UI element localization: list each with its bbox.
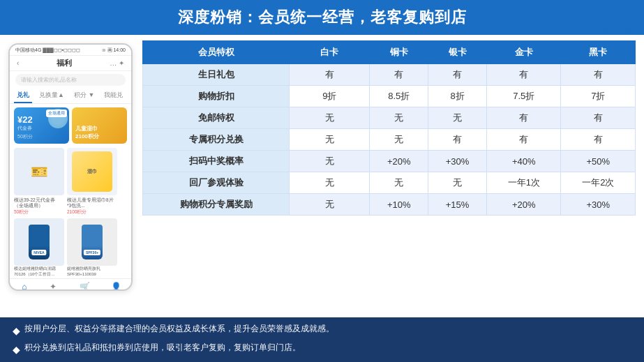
- th-bronze: 铜卡: [370, 41, 428, 64]
- table-cell: 无: [428, 172, 487, 194]
- phone-card2-points: 2100积分: [75, 133, 123, 140]
- header: 深度粉销：会员统一经营，老客复购到店 midoo米多: [0, 0, 644, 35]
- table-cell: 有: [428, 64, 487, 86]
- table-row: 专属积分兑换无无有有有: [143, 129, 636, 151]
- phone-product-desc-2: 模达儿童专用湿巾8片*3包洗... 2100积分: [67, 197, 117, 216]
- table-cell: 有: [290, 64, 370, 86]
- table-cell: 专属积分兑换: [143, 129, 290, 151]
- table-cell: 无: [290, 129, 370, 151]
- footer: ◆ 按用户分层、权益分等搭建合理的会员权益及成长体系，提升会员荣誉感及成就感。 …: [0, 317, 644, 362]
- phone-product-img-4: SPF30+: [67, 218, 117, 266]
- table-row: 生日礼包有有有有有: [143, 64, 636, 86]
- table-row: 扫码中奖概率无+20%+30%+40%+50%: [143, 151, 636, 172]
- phone-cards-row: ¥22 代金券 全场通用 50积分 儿童湿巾 2100积分: [10, 104, 131, 146]
- table-row: 回厂参观体验无无无一年1次一年2次: [143, 172, 636, 194]
- table-cell: 7.5折: [487, 86, 561, 107]
- footer-bullet-1: ◆: [13, 323, 20, 338]
- table-cell: 有: [428, 129, 487, 151]
- profile-icon: 👤: [111, 282, 121, 291]
- svg-point-2: [613, 13, 619, 19]
- table-cell: +30%: [428, 151, 487, 172]
- phone-product-row-1: 🎫 湿巾: [10, 146, 131, 197]
- phone-bottom-recommend[interactable]: ✦ 主荐: [48, 282, 58, 291]
- table-cell: 8.5折: [370, 86, 428, 107]
- phone-product-row-2: NIVEA SPF30+: [10, 217, 131, 266]
- phone-product-img-1: 🎫: [14, 148, 64, 195]
- table-cell: 扫码中奖概率: [143, 151, 290, 172]
- table-cell: 无: [370, 172, 428, 194]
- table-header-row: 会员特权 白卡 铜卡 银卡 金卡 黑卡: [143, 41, 636, 64]
- phone-product-desc-4: 妮维雅防晒亮肤乳 SPF30+110039: [67, 266, 117, 278]
- phone-product-img-3: NIVEA: [14, 218, 64, 266]
- phone-search[interactable]: 请输入搜索的礼品名称: [15, 74, 126, 86]
- phone-nav-bar: ‹ 福利 … ✦: [10, 56, 131, 71]
- cart-icon: 🛒: [80, 282, 90, 291]
- table-cell: 购物折扣: [143, 86, 290, 107]
- logo-text: midoo米多: [587, 24, 633, 37]
- table-cell: 无: [290, 151, 370, 172]
- th-gold: 金卡: [487, 41, 561, 64]
- table-cell: +30%: [561, 194, 636, 216]
- home-icon: ⌂: [22, 282, 27, 291]
- phone-status-left: 中国移动4G ▓▓▓◻◻▪◻◻◻◻: [15, 47, 80, 54]
- table-cell: 有: [561, 107, 636, 129]
- logo-area: midoo米多: [587, 0, 633, 37]
- midoo-logo-icon: [595, 0, 626, 23]
- table-row: 购物积分专属奖励无+10%+15%+20%+30%: [143, 194, 636, 216]
- phone-bottom-bar: ⌂ 首页 ✦ 主荐 🛒 购物车 👤 个人: [10, 278, 131, 291]
- recommend-icon: ✦: [50, 282, 57, 291]
- table-cell: 一年2次: [561, 172, 636, 194]
- table-area: 会员特权 白卡 铜卡 银卡 金卡 黑卡 生日礼包有有有有有购物折扣9折8.5折8…: [142, 40, 636, 315]
- page-wrapper: 深度粉销：会员统一经营，老客复购到店 midoo米多 中国移动4G ▓▓▓◻◻▪…: [0, 0, 644, 362]
- table-cell: 有: [487, 107, 561, 129]
- phone-tabs: 兑礼 兑换量▲ 积分 ▼ 我能兑: [10, 89, 131, 104]
- phone-mockup: 中国移动4G ▓▓▓◻◻▪◻◻◻◻ ⊙ 画 14:00 ‹ 福利 … ✦ 请输入…: [8, 43, 133, 291]
- table-cell: 无: [370, 107, 428, 129]
- phone-search-placeholder: 请输入搜索的礼品名称: [21, 77, 77, 83]
- phone-product-labels-row2: 模达妮维雅防晒白润霜70126（10个工作日... 妮维雅防晒亮肤乳 SPF30…: [10, 266, 131, 279]
- page-title: 深度粉销：会员统一经营，老客复购到店: [178, 8, 467, 26]
- th-silver: 银卡: [428, 41, 487, 64]
- phone-status-bar: 中国移动4G ▓▓▓◻◻▪◻◻◻◻ ⊙ 画 14:00: [10, 45, 131, 56]
- wipes-pack: 湿巾: [72, 151, 112, 192]
- phone-card2-label: 儿童湿巾: [75, 126, 123, 133]
- table-cell: +40%: [487, 151, 561, 172]
- phone-card-points: 50积分: [17, 133, 66, 140]
- phone-card-badge: 全场通用: [46, 110, 67, 117]
- table-cell: +50%: [561, 151, 636, 172]
- phone-nav-title: 福利: [57, 58, 72, 68]
- nivea-bottle: NIVEA: [29, 225, 50, 259]
- phone-tab-points[interactable]: 积分 ▼: [71, 89, 97, 103]
- table-cell: 有: [561, 129, 636, 151]
- phone-product-img-2: 湿巾: [67, 148, 117, 195]
- table-cell: 生日礼包: [143, 64, 290, 86]
- th-black: 黑卡: [561, 41, 636, 64]
- phone-status-right: ⊙ 画 14:00: [102, 47, 126, 54]
- footer-item-2: ◆ 积分兑换到店礼品和抵扣券到店使用，吸引老客户复购，复购订单归门店。: [13, 341, 631, 357]
- table-cell: 无: [370, 129, 428, 151]
- main-content: 中国移动4G ▓▓▓◻◻▪◻◻◻◻ ⊙ 画 14:00 ‹ 福利 … ✦ 请输入…: [0, 35, 644, 317]
- nivea-label: NIVEA: [31, 250, 46, 255]
- footer-item-1: ◆ 按用户分层、权益分等搭建合理的会员权益及成长体系，提升会员荣誉感及成就感。: [13, 322, 631, 338]
- table-cell: +20%: [487, 194, 561, 216]
- svg-point-1: [602, 13, 608, 19]
- phone-product-desc-3: 模达妮维雅防晒白润霜70126（10个工作日...: [14, 266, 64, 278]
- phone-tab-exchange-count[interactable]: 兑换量▲: [36, 89, 67, 103]
- table-cell: 7折: [561, 86, 636, 107]
- table-row: 免邮特权无无无有有: [143, 107, 636, 129]
- table-cell: 8折: [428, 86, 487, 107]
- table-cell: 一年1次: [487, 172, 561, 194]
- table-cell: 有: [487, 64, 561, 86]
- phone-bottom-home[interactable]: ⌂ 首页: [20, 282, 29, 291]
- phone-tab-exchange[interactable]: 兑礼: [14, 89, 32, 103]
- phone-bottom-cart[interactable]: 🛒 购物车: [77, 282, 92, 291]
- nivea-label-2: SPF30+: [84, 250, 100, 255]
- svg-point-0: [606, 0, 615, 8]
- phone-bottom-profile[interactable]: 👤 个人: [111, 282, 121, 291]
- table-cell: 9折: [290, 86, 370, 107]
- phone-tab-available[interactable]: 我能兑: [101, 89, 126, 103]
- phone-card-1: ¥22 代金券 全场通用 50积分: [14, 107, 69, 144]
- table-cell: 有: [370, 64, 428, 86]
- table-cell: 无: [290, 107, 370, 129]
- footer-bullet-2: ◆: [13, 342, 20, 357]
